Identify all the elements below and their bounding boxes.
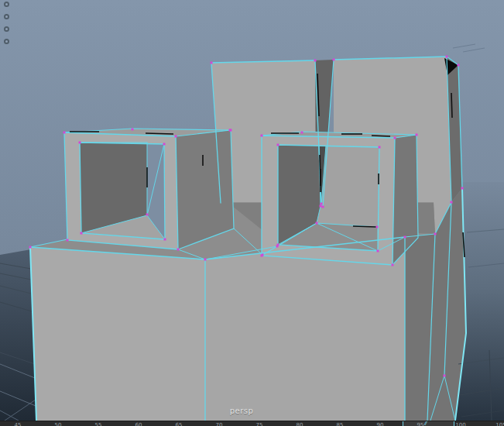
dot-icon: [4, 2, 9, 7]
vertex-handle[interactable]: [29, 246, 32, 249]
vertex-handle[interactable]: [377, 250, 379, 253]
camera-label: persp: [218, 407, 265, 415]
vertex-handle[interactable]: [404, 236, 406, 239]
vertex-handle[interactable]: [416, 134, 418, 136]
vertex-handle[interactable]: [164, 239, 166, 241]
vertex-handle[interactable]: [63, 132, 66, 134]
vertex-handle[interactable]: [314, 60, 317, 62]
vertex-handle[interactable]: [321, 203, 323, 205]
hidden-edge: [451, 93, 452, 118]
vertex-handle[interactable]: [163, 143, 166, 146]
vertex-handle[interactable]: [376, 226, 379, 228]
frame-tick-label: 90: [377, 423, 384, 426]
box-front-right[interactable]: [205, 237, 405, 421]
hidden-edge: [320, 155, 321, 186]
vertex-handle[interactable]: [451, 201, 453, 204]
vertex-handle[interactable]: [394, 137, 396, 139]
frame-tick-label: 55: [95, 423, 102, 426]
frame-tick-label: 70: [216, 423, 223, 426]
vertex-handle[interactable]: [379, 146, 381, 149]
vertex-handle[interactable]: [177, 249, 180, 251]
vertex-handle[interactable]: [277, 144, 279, 146]
vertex-handle[interactable]: [229, 129, 231, 132]
box-front-left[interactable]: [30, 247, 205, 421]
current-time-marker[interactable]: [403, 421, 454, 426]
vertex-handle[interactable]: [316, 222, 318, 225]
frame-tick-label: 95: [417, 423, 424, 426]
marker-edge: [403, 421, 403, 426]
maya-window: persp ⁄⁄4550556065707580859095100105: [0, 0, 504, 426]
vertex-handle[interactable]: [67, 239, 69, 242]
vertex-handle[interactable]: [146, 214, 149, 216]
vertex-handle[interactable]: [79, 142, 81, 144]
time-slider[interactable]: ⁄⁄4550556065707580859095100105: [0, 421, 504, 426]
vertex-handle[interactable]: [434, 233, 437, 235]
vertex-handle[interactable]: [333, 59, 335, 61]
vertex-handle[interactable]: [322, 206, 324, 208]
vertex-handle[interactable]: [301, 132, 303, 134]
vertex-handle[interactable]: [458, 64, 460, 67]
frame-tick-label: 80: [297, 423, 303, 426]
marker-hatch-icon: ⁄⁄: [425, 421, 427, 426]
vertex-handle[interactable]: [446, 56, 448, 58]
perspective-viewport[interactable]: persp: [0, 0, 504, 421]
frame-tick-label: 50: [55, 423, 62, 426]
vertex-handle[interactable]: [175, 136, 177, 138]
hidden-edge: [353, 226, 376, 227]
vertex-handle[interactable]: [461, 187, 464, 190]
dot-icon: [4, 26, 9, 32]
frame-tick-label: 100: [455, 423, 465, 426]
corner-dots: [4, 2, 13, 51]
frame-tick-label: 65: [176, 423, 183, 426]
marker-edge: [454, 421, 454, 426]
scene-canvas[interactable]: [0, 0, 504, 421]
vertex-handle[interactable]: [211, 62, 213, 64]
vertex-handle[interactable]: [204, 259, 207, 261]
frame-tick-label: 105: [495, 423, 504, 426]
hidden-edge: [372, 136, 390, 136]
vertex-handle[interactable]: [81, 232, 83, 235]
frame-tick-label: 60: [135, 423, 142, 426]
dot-icon: [4, 39, 9, 44]
grid-line: [463, 48, 485, 52]
vertex-handle[interactable]: [444, 375, 446, 377]
vertex-handle[interactable]: [320, 205, 322, 208]
frame-tick-label: 75: [256, 423, 263, 426]
vertex-handle[interactable]: [132, 129, 134, 131]
frame-tick-label: 85: [337, 423, 344, 426]
vertex-handle[interactable]: [262, 254, 264, 256]
frame-tick-label: 45: [15, 423, 22, 426]
vertex-handle[interactable]: [261, 135, 263, 137]
vertex-handle[interactable]: [392, 264, 394, 266]
hidden-edge: [146, 133, 173, 134]
dot-icon: [4, 14, 9, 19]
grid-line: [453, 44, 475, 48]
vertex-handle[interactable]: [276, 246, 279, 248]
